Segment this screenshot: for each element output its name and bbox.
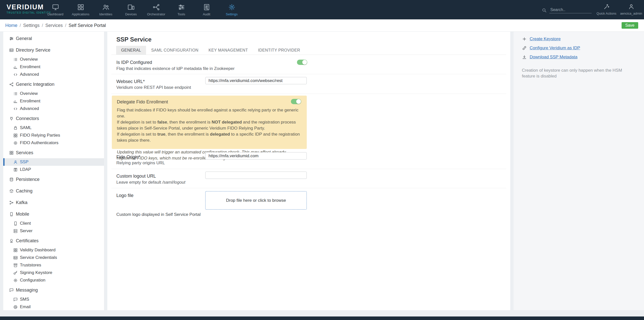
delegate-fido-panel: Delegate Fido Enrollment Flag that indic…	[112, 96, 307, 149]
monitor-icon	[52, 3, 59, 11]
delegate-fido-toggle[interactable]	[291, 99, 301, 104]
sidebar-item-fido-authenticators[interactable]: FIDO Authenticators	[3, 139, 104, 147]
nav-item-identities[interactable]: Identities	[93, 0, 118, 19]
configure-veridium-as-idp-link[interactable]: Configure Veridium as IDP	[522, 45, 580, 51]
is-idp-configured-label: Is IDP Configured	[116, 60, 152, 65]
sidebar-item-persistence[interactable]: Persistence	[3, 176, 104, 183]
sidebar-item-advanced[interactable]: Advanced	[3, 105, 104, 112]
sidebar-item-label: Configuration	[20, 278, 45, 283]
network-icon	[9, 200, 14, 205]
create-keystore-link[interactable]: Create Keystore	[522, 36, 580, 42]
nav-item-settings[interactable]: Settings	[219, 0, 244, 19]
sidebar-item-caching[interactable]: Caching	[3, 187, 104, 195]
nav-item-devices[interactable]: Devices	[118, 0, 144, 19]
tabs: GENERALSAML CONFIGURATIONKEY MANAGEMENTI…	[116, 46, 305, 55]
code-icon	[13, 72, 18, 77]
sidebar-item-generic-integration[interactable]: Generic Integration	[3, 81, 104, 88]
sidebar-item-client[interactable]: Client	[3, 220, 104, 227]
sidebar-item-label: Signing Keystore	[20, 270, 52, 275]
sidebar-item-enrollment[interactable]: Enrollment	[3, 63, 104, 71]
sidebar-item-label: FIDO Relying Parties	[20, 133, 60, 138]
app-window: VERIDIUM TRUSTED DIGITAL IDENTITY Dashbo…	[0, 0, 644, 320]
sidebar-item-email[interactable]: Email	[3, 303, 104, 310]
gear-icon	[13, 278, 18, 283]
breadcrumb-separator: /	[20, 23, 21, 28]
sidebar-item-overview[interactable]: Overview	[3, 90, 104, 97]
download-ssp-metadata-link[interactable]: Download SSP Metadata	[522, 54, 580, 60]
delegate-description-line: If delegation is set to true, then the e…	[117, 131, 301, 143]
sidebar-item-certificates[interactable]: Certificates	[3, 237, 104, 245]
top-navbar: VERIDIUM TRUSTED DIGITAL IDENTITY Dashbo…	[0, 0, 644, 19]
link-label: Create Keystore	[530, 36, 561, 42]
breadcrumb-item-home[interactable]: Home	[5, 23, 17, 28]
sidebar-item-validity-dashboard[interactable]: Validity Dashboard	[3, 246, 104, 254]
link-icon	[522, 46, 527, 51]
sidebar-item-label: Caching	[16, 188, 32, 194]
sidebar-item-sms[interactable]: SMS	[3, 296, 104, 303]
flow-icon	[152, 3, 160, 11]
sidebar-item-directory-service[interactable]: Directory Service	[3, 46, 104, 54]
sidebar-item-service-credentials[interactable]: Service Credentials	[3, 254, 104, 261]
sidebar-item-messaging[interactable]: Messaging	[3, 286, 104, 294]
sidebar-item-label: Truststores	[20, 263, 41, 268]
sidebar-item-truststores[interactable]: Truststores	[3, 261, 104, 269]
sidebar-item-general[interactable]: General	[3, 35, 104, 42]
sidebar-item-label: Messaging	[16, 288, 38, 293]
sidebar-item-mobile[interactable]: Mobile	[3, 210, 104, 218]
tab-identity-provider[interactable]: IDENTITY PROVIDER	[253, 46, 305, 55]
server-icon	[13, 229, 18, 233]
sidebar-item-advanced[interactable]: Advanced	[3, 71, 104, 78]
sidebar-item-kafka[interactable]: Kafka	[3, 199, 104, 206]
sidebar-item-label: SAML	[20, 125, 31, 130]
fido-origin-input[interactable]	[205, 152, 307, 159]
is-idp-configured-description: Flag that indicates existence of IdP met…	[116, 66, 234, 71]
database-icon	[9, 177, 14, 182]
nav-item-label: Audit	[203, 12, 210, 16]
user-menu[interactable]: aencica_admin	[620, 3, 642, 15]
tab-key-management[interactable]: KEY MANAGEMENT	[204, 46, 253, 55]
toggle-knob	[296, 99, 301, 104]
sidebar-item-label: Overview	[20, 57, 38, 62]
sidebar-item-enrollment[interactable]: Enrollment	[3, 97, 104, 105]
sidebar-item-label: FIDO Authenticators	[20, 140, 58, 145]
logo-file-label: Logo file	[116, 193, 133, 198]
grid-icon	[13, 133, 18, 138]
sidebar-item-services[interactable]: Services	[3, 149, 104, 156]
breadcrumb-separator: /	[42, 23, 43, 28]
custom-logout-url-input[interactable]	[205, 172, 307, 179]
websec-url-description: Veridium core REST API base endpoint	[116, 85, 191, 90]
tab-saml-configuration[interactable]: SAML CONFIGURATION	[146, 46, 204, 55]
sidebar-item-label: Generic Integration	[16, 82, 54, 87]
field-row-websec-url: Websec URL* Veridium core REST API base …	[111, 74, 506, 94]
nav-item-orchestrator[interactable]: Orchestrator	[144, 0, 169, 19]
nav-item-label: Tools	[178, 12, 185, 16]
search-input[interactable]	[549, 7, 592, 13]
delegate-description-line: Flag that indicates if FIDO keys should …	[117, 107, 301, 119]
quick-actions-button[interactable]: Quick Actions	[594, 3, 619, 15]
websec-url-input[interactable]	[205, 77, 307, 84]
delegate-description-line: If delegation is set to false, then the …	[117, 119, 301, 131]
sidebar-item-overview[interactable]: Overview	[3, 56, 104, 63]
tab-general[interactable]: GENERAL	[116, 46, 146, 55]
sidebar-item-fido-relying-parties[interactable]: FIDO Relying Parties	[3, 132, 104, 139]
nav-item-audit[interactable]: Audit	[194, 0, 219, 19]
sidebar-item-configuration[interactable]: Configuration	[3, 276, 104, 284]
save-button[interactable]: Save	[622, 22, 638, 29]
nav-item-dashboard[interactable]: Dashboard	[43, 0, 68, 19]
sidebar-item-connectors[interactable]: Connectors	[3, 115, 104, 122]
logo-file-dropzone[interactable]: Drop file here or click to browse	[205, 191, 307, 210]
sidebar-item-ssp[interactable]: SSP	[3, 158, 104, 166]
nav-item-applications[interactable]: Applications	[68, 0, 93, 19]
grid-icon	[13, 248, 18, 253]
quick-actions-label: Quick Actions	[597, 12, 617, 15]
sidebar-item-saml[interactable]: SAML	[3, 124, 104, 132]
sidebar-item-ldap[interactable]: LDAP	[3, 166, 104, 173]
sidebar-item-server[interactable]: Server	[3, 227, 104, 235]
mobile-icon	[13, 221, 18, 226]
archive-icon	[13, 263, 18, 268]
card-icon	[9, 48, 14, 53]
sidebar-item-signing-keystore[interactable]: Signing Keystore	[3, 269, 104, 276]
is-idp-configured-toggle[interactable]	[297, 60, 307, 65]
sidebar-item-label: Mobile	[16, 212, 29, 217]
nav-item-tools[interactable]: Tools	[169, 0, 194, 19]
